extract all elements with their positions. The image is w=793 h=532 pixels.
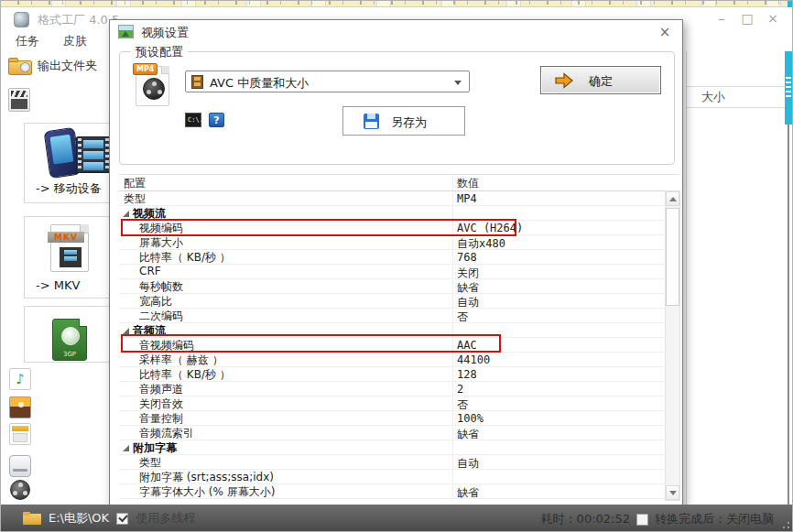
expanded-triangle-icon xyxy=(123,211,129,217)
dialog-close-icon[interactable]: × xyxy=(657,24,673,40)
dialog-title: 视频设置 xyxy=(141,25,189,41)
cyan-corner xyxy=(788,1,793,7)
folder-icon xyxy=(8,58,32,75)
row-subtitle-type[interactable]: 类型自动 xyxy=(119,455,665,470)
screen: 格式工厂 4.0.5 – □ × 任务 皮肤 语言 输出文件夹 -> 移动设备 xyxy=(0,0,793,532)
multithread-label: 使用多线程 xyxy=(136,510,195,527)
row-audio-channels[interactable]: 音频声道2 xyxy=(119,382,665,396)
right-panel-edge xyxy=(788,125,789,505)
card-mkv[interactable]: MKV -> MKV xyxy=(24,216,119,299)
video-category-icon[interactable] xyxy=(8,88,30,112)
preset-filmstrip-icon xyxy=(191,75,203,89)
output-folder-button[interactable]: 输出文件夹 xyxy=(8,51,107,81)
dialog-titlebar: 视频设置 × xyxy=(110,20,682,44)
save-as-label: 另存为 xyxy=(391,114,427,131)
shutdown-label: 转换完成后：关闭电脑 xyxy=(655,511,774,527)
row-audio-stream-group[interactable]: 音频流 xyxy=(119,323,665,338)
elapsed-time: 耗时：00:02:52 xyxy=(541,511,630,527)
chevron-down-icon xyxy=(454,81,462,85)
menu-task[interactable]: 任务 xyxy=(12,31,43,51)
row-sample-rate[interactable]: 采样率（ 赫兹 ）44100 xyxy=(119,353,665,367)
row-type[interactable]: 类型MP4 xyxy=(119,191,665,206)
mkv-file-icon: MKV xyxy=(50,224,89,272)
minimize-button[interactable]: – xyxy=(713,10,730,27)
close-button[interactable]: × xyxy=(765,10,781,27)
video-settings-icon xyxy=(118,25,134,38)
row-crf[interactable]: CRF关闭 xyxy=(119,265,665,279)
multithread-checkbox[interactable] xyxy=(116,513,128,525)
rom-device-category-icon[interactable] xyxy=(9,455,31,477)
scroll-down-icon[interactable] xyxy=(666,485,679,500)
filmstrip-icon xyxy=(76,136,111,173)
row-video-codec[interactable]: 视频编码AVC (H264) xyxy=(119,221,665,235)
menu-skin[interactable]: 皮肤 xyxy=(60,31,91,51)
resize-grip[interactable] xyxy=(782,521,790,529)
background-toolbar-strip xyxy=(1,1,793,7)
toolbar-button-fragments xyxy=(1,1,793,5)
document-category-icon[interactable] xyxy=(9,423,31,445)
3gp-badge: 3GP xyxy=(53,351,86,358)
expanded-triangle-icon xyxy=(123,445,129,451)
ok-button[interactable]: 确定 xyxy=(540,66,661,94)
preset-dropdown-value: AVC 中质量和大小 xyxy=(210,75,309,92)
scroll-up-icon[interactable] xyxy=(666,191,679,206)
audio-category-icon[interactable]: ♪ xyxy=(9,368,31,390)
card-3gp[interactable]: 3GP xyxy=(24,306,119,363)
output-path[interactable]: E:\电影\OK xyxy=(49,510,109,527)
scrollbar-thumb[interactable] xyxy=(666,208,679,306)
preset-group-label: 预设配置 xyxy=(131,44,188,60)
expanded-triangle-icon xyxy=(123,328,129,334)
row-two-pass[interactable]: 二次编码否 xyxy=(119,309,665,323)
grid-scrollbar[interactable] xyxy=(665,190,680,501)
card-mobile-device[interactable]: -> 移动设备 xyxy=(24,123,119,203)
shutdown-checkbox[interactable] xyxy=(636,514,648,526)
row-video-bitrate[interactable]: 比特率（ KB/秒 ）768 xyxy=(119,250,665,265)
docked-side-tab[interactable] xyxy=(785,51,792,125)
row-subtitle-font-size[interactable]: 字幕字体大小 (% 屏幕大小)缺省 xyxy=(119,484,665,499)
video-settings-dialog: 视频设置 × 预设配置 MP4 AVC 中质量和大小 确定 C:\. ? 另存为 xyxy=(109,19,683,508)
row-fps[interactable]: 每秒帧数缺省 xyxy=(119,279,665,294)
row-screen-size[interactable]: 屏幕大小自动x480 xyxy=(119,235,665,250)
picture-category-icon[interactable] xyxy=(9,396,31,418)
command-line-icon[interactable]: C:\. xyxy=(185,113,201,127)
task-list-size-header[interactable]: 大小 xyxy=(687,86,786,108)
app-title: 格式工厂 4.0.5 xyxy=(38,12,119,28)
row-audio-stream-index[interactable]: 音频流索引缺省 xyxy=(119,426,665,440)
help-icon[interactable]: ? xyxy=(209,113,224,127)
row-additional-subtitle[interactable]: 附加字幕 (srt;ass;ssa;idx) xyxy=(119,470,665,484)
grid-rows: 类型MP4 视频流 视频编码AVC (H264) 屏幕大小自动x480 比特率（… xyxy=(119,191,665,499)
task-list-border xyxy=(686,51,687,505)
floppy-icon xyxy=(364,114,379,129)
output-folder-label: 输出文件夹 xyxy=(38,58,97,74)
save-as-button[interactable]: 另存为 xyxy=(342,106,465,136)
row-audio-codec[interactable]: 音视频编码AAC xyxy=(119,338,665,353)
advanced-category-icon[interactable] xyxy=(9,479,31,501)
preset-dropdown[interactable]: AVC 中质量和大小 xyxy=(185,71,470,92)
card-mkv-label: -> MKV xyxy=(36,278,80,292)
ok-button-label: 确定 xyxy=(541,73,660,90)
3gp-file-icon: 3GP xyxy=(52,319,87,361)
row-disable-audio[interactable]: 关闭音效否 xyxy=(119,396,665,411)
row-aspect-ratio[interactable]: 宽高比自动 xyxy=(119,294,665,309)
mp4-profile-icon: MP4 xyxy=(136,66,169,106)
value-column-header: 数值 xyxy=(457,176,479,191)
row-video-stream-group[interactable]: 视频流 xyxy=(119,206,665,221)
row-subtitle-group[interactable]: 附加字幕 xyxy=(119,440,665,455)
mkv-badge: MKV xyxy=(48,232,84,243)
card-mobile-label: -> 移动设备 xyxy=(36,180,102,197)
grid-header: 配置 数值 xyxy=(119,175,680,191)
statusbar: E:\电影\OK 使用多线程 耗时：00:02:52 转换完成后：关闭电脑 xyxy=(1,505,793,532)
row-volume-control[interactable]: 音量控制100% xyxy=(119,411,665,426)
output-path-folder-icon[interactable] xyxy=(23,512,41,526)
settings-grid: 配置 数值 类型MP4 视频流 视频编码AVC (H264) 屏幕大小自动x48… xyxy=(119,174,680,502)
row-audio-bitrate[interactable]: 比特率（ KB/秒 ）128 xyxy=(119,367,665,382)
maximize-button[interactable]: □ xyxy=(739,10,755,27)
config-column-header: 配置 xyxy=(124,176,146,191)
app-icon xyxy=(14,12,29,27)
mp4-badge: MP4 xyxy=(133,63,158,75)
